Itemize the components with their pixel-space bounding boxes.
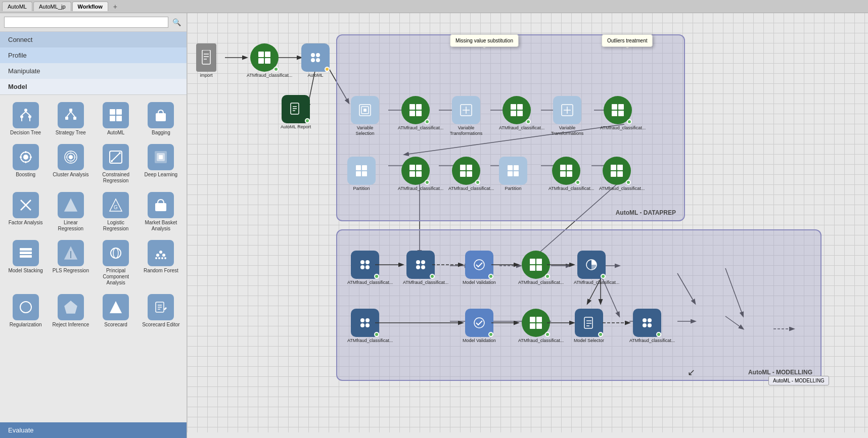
atm-mod5-label: ATMfraud_classificat... [347,338,383,344]
search-button[interactable]: 🔍 [170,16,182,28]
atm-node-8[interactable]: ATMfraud_classificat... [599,157,634,191]
tab-workflow[interactable]: Workflow [72,2,108,11]
svg-rect-8 [65,117,68,120]
partition2-icon [499,157,527,185]
svg-rect-119 [517,104,523,110]
node-market-basket[interactable]: Market Basket Analysis [140,189,182,235]
atm-mod5-node[interactable]: ATMfraud_classificat... [347,309,383,344]
svg-point-18 [23,155,28,160]
node-reject-inference[interactable]: Reject Inference [49,291,92,331]
svg-point-31 [119,152,121,154]
node-pca[interactable]: Principal Component Analysis [95,237,138,289]
nav-connect[interactable]: Connect [0,32,187,47]
svg-rect-165 [536,265,542,271]
atm-mod3-label: ATMfraud_classificat... [518,280,554,285]
svg-rect-16 [156,113,166,121]
node-factor-analysis[interactable]: Factor Analysis [4,189,47,235]
import-icon [196,43,216,72]
tab-automl-jp[interactable]: AutoML_jp [33,2,71,11]
svg-point-53 [161,257,163,259]
atm-icon-1 [250,43,279,72]
var-trans2-node[interactable]: Variable Transformations [550,96,585,136]
atm-node-4[interactable]: ATMfraud_classificat... [600,96,635,131]
svg-rect-41 [20,248,32,251]
atm-mod6-node[interactable]: ATMfraud_classificat... [518,309,554,344]
node-regularization[interactable]: Regularization [4,291,47,331]
model-val2-node[interactable]: Model Validation [463,309,496,344]
node-strategy-tree[interactable]: Strategy Tree [49,99,92,139]
model-val1-dot [488,274,493,279]
atm-node-5[interactable]: ATMfraud_classificat... [398,157,433,191]
atm-mod1-node[interactable]: ATMfraud_classificat... [347,251,383,285]
node-boosting[interactable]: Boosting [4,141,47,187]
atm-icon-4 [604,96,632,124]
node-bagging[interactable]: Bagging [140,99,182,139]
atm-node-7[interactable]: ATMfraud_classificat... [549,157,584,191]
atm-mod4-node[interactable]: ATMfraud_classificat... [574,251,609,285]
node-decision-tree[interactable]: Decision Tree [4,99,47,139]
svg-rect-125 [612,104,617,110]
atm-node-2[interactable]: ATMfraud_classificat... [398,96,433,131]
automl-report-node[interactable]: AutoML Report [281,95,311,130]
atm-mod7-icon [633,309,661,337]
scorecard-icon [103,294,129,320]
tab-automl[interactable]: AutoML [2,2,32,11]
atm-dot-2 [425,119,430,124]
node-model-stacking[interactable]: Model Stacking [4,237,47,289]
svg-marker-56 [65,301,77,313]
atm-mod4-label: ATMfraud_classificat... [574,280,609,285]
strategy-tree-icon [58,102,84,128]
var-sel-node[interactable]: Variable Selection [347,96,383,136]
tab-add[interactable]: + [109,1,121,12]
cluster-analysis-icon [58,144,84,170]
partition1-node[interactable]: Partition [347,157,376,191]
atm-node-3[interactable]: ATMfraud_classificat... [499,96,534,131]
node-constrained-regression[interactable]: Constrained Regression [95,141,138,187]
model-stacking-icon [13,240,39,266]
import-node[interactable]: import [196,43,216,78]
atm-mod7-node[interactable]: ATMfraud_classificat... [629,309,665,344]
node-cluster-analysis[interactable]: Cluster Analysis [49,141,92,187]
automl-workflow-node[interactable]: AutoML [301,43,330,78]
node-logistic-regression[interactable]: G Logistic Regression [95,189,138,235]
bottom-nav-evaluate[interactable]: Evaluate [0,422,187,438]
bagging-label: Bagging [152,130,170,136]
svg-rect-140 [467,171,472,177]
var-trans1-label: Variable Transformations [448,125,484,136]
svg-rect-151 [611,171,616,177]
atm-node-1[interactable]: ATMfraud_classificat... [247,43,282,78]
node-scorecard-editor[interactable]: Scorecard Editor [140,291,182,331]
reject-inference-icon [58,294,84,320]
linear-regression-icon [58,192,84,218]
automl-report-label: AutoML Report [281,124,311,130]
partition2-node[interactable]: Partition [499,157,527,191]
model-val1-label: Model Validation [463,280,496,285]
node-pls-regression[interactable]: PLS Regression [49,237,92,289]
svg-rect-175 [536,323,542,329]
decision-tree-label: Decision Tree [10,130,41,136]
nav-model[interactable]: Model [0,79,187,94]
nav-manipulate[interactable]: Manipulate [0,63,187,79]
atm-mod3-node[interactable]: ATMfraud_classificat... [518,251,554,285]
node-linear-regression[interactable]: Linear Regression [49,189,92,235]
modelling-tooltip-tag: AutoML - MODELLING [768,376,829,385]
node-random-forest[interactable]: Random Forest [140,237,182,289]
node-automl[interactable]: AutoML [95,99,138,139]
atm-mod2-node[interactable]: ATMfraud_classificat... [403,251,438,285]
svg-point-154 [366,260,370,264]
atm-node-6[interactable]: ATMfraud_classificat... [448,157,484,191]
svg-point-161 [474,260,484,270]
model-val1-node[interactable]: Model Validation [463,251,496,285]
svg-point-160 [421,265,425,269]
svg-rect-145 [560,165,566,170]
node-deep-learning[interactable]: Deep Learning [140,141,182,187]
var-trans1-node[interactable]: Variable Transformations [448,96,484,136]
nav-profile[interactable]: Profile [0,47,187,63]
scorecard-editor-icon [148,294,174,320]
model-selector-node[interactable]: Model Selector [574,309,604,344]
node-scorecard[interactable]: Scorecard [95,291,138,331]
node-grid: Decision Tree Strategy Tree [0,95,187,422]
workflow-area[interactable]: import ATMfraud_classificat... [187,13,868,438]
search-input[interactable] [4,17,168,28]
atm-icon-8 [603,157,631,185]
